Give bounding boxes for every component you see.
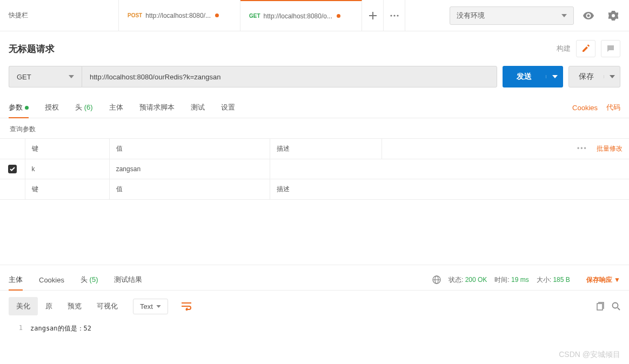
tab-overflow-button[interactable] [384,0,405,31]
svg-point-2 [397,15,398,16]
save-caret[interactable] [604,75,620,78]
svg-point-6 [613,303,618,308]
param-key[interactable]: k [25,159,109,179]
params-table: 键 值 描述 ••• 批量修改 k zangsan 键 值 描述 [0,138,629,200]
send-label: 发送 [503,72,546,82]
comment-button[interactable] [601,40,620,57]
wrap-lines-button[interactable] [176,299,197,314]
svg-point-0 [390,15,392,16]
save-response-button[interactable]: 保存响应 ▼ [586,275,620,285]
param-desc[interactable] [270,159,629,179]
plus-icon [369,12,377,19]
edit-button[interactable] [576,40,595,57]
bulk-edit-link[interactable]: 批量修改 [597,145,623,152]
tab-settings[interactable]: 设置 [221,97,235,118]
param-value[interactable]: zangsan [109,159,270,179]
svg-point-1 [393,15,395,16]
save-button[interactable]: 保存 [568,66,620,87]
resp-tab-cookies[interactable]: Cookies [39,271,64,289]
params-more-icon[interactable]: ••• [577,145,587,152]
pencil-icon [581,44,590,53]
tab-request-2[interactable]: GET http://localhost:8080/o... [240,0,362,31]
col-desc: 描述 [270,139,382,159]
request-title[interactable]: 无标题请求 [9,43,557,55]
param-key-placeholder[interactable]: 键 [25,179,109,200]
tab-prerequest[interactable]: 预请求脚本 [139,97,175,118]
build-link[interactable]: 构建 [557,44,571,53]
copy-icon[interactable] [595,302,604,311]
query-params-title: 查询参数 [0,118,629,138]
table-row-new[interactable]: 键 值 描述 [0,179,629,200]
tab-url-2: http://localhost:8080/o... [264,12,332,20]
table-row[interactable]: k zangsan [0,159,629,179]
settings-button[interactable] [603,6,624,25]
active-dot-icon [25,106,29,110]
send-button[interactable]: 发送 [503,66,563,87]
tab-params[interactable]: 参数 [9,97,29,118]
tab-method-get: GET [249,13,260,19]
gear-icon [608,11,618,21]
send-caret[interactable] [546,75,563,78]
resp-tab-headers[interactable]: 头 (5) [81,269,98,290]
resp-tab-body[interactable]: 主体 [9,269,23,290]
param-desc-placeholder[interactable]: 描述 [270,179,629,200]
tab-quickbar[interactable]: 快捷栏 [0,0,119,31]
comment-icon [606,44,615,53]
method-select[interactable]: GET [9,66,82,87]
row-checkbox[interactable] [8,165,17,173]
time-value: 19 ms [511,276,529,284]
tab-method-post: POST [128,12,142,18]
response-body[interactable]: 1 zangsan的值是：52 [0,322,629,342]
unsaved-dot-icon [215,14,219,17]
check-icon [10,167,15,171]
wrap-icon [181,302,192,311]
code-link[interactable]: 代码 [606,103,620,112]
cookies-link[interactable]: Cookies [572,104,598,112]
resp-tab-tests[interactable]: 测试结果 [114,269,142,290]
url-input[interactable] [82,66,497,87]
caret-down-icon [561,14,567,17]
method-value: GET [17,73,31,81]
environment-preview-button[interactable] [578,6,599,25]
view-visualize[interactable]: 可视化 [89,297,125,315]
tab-request-1[interactable]: POST http://localhost:8080/... [119,0,240,31]
tab-quickbar-label: 快捷栏 [9,11,28,20]
tab-authorization[interactable]: 授权 [45,97,59,118]
environment-label: 没有环境 [457,11,485,21]
globe-icon[interactable] [432,275,441,284]
caret-down-icon [156,305,161,308]
eye-icon [583,12,594,19]
caret-down-icon [610,75,615,78]
view-preview[interactable]: 预览 [60,297,89,315]
caret-down-icon [552,75,558,78]
tab-headers[interactable]: 头 (6) [75,97,93,118]
line-number: 1 [9,324,30,333]
tab-url-1: http://localhost:8080/... [145,12,211,19]
environment-select[interactable]: 没有环境 [450,6,574,25]
save-label: 保存 [569,72,604,82]
view-raw[interactable]: 原 [38,297,60,315]
status-value: 200 OK [465,276,487,284]
caret-down-icon [69,75,74,78]
search-icon[interactable] [612,302,620,311]
response-text: zangsan的值是：52 [30,324,91,333]
watermark: CSDN @安城倾目 [559,350,620,360]
size-value: 185 B [553,276,570,284]
ellipsis-icon [390,15,399,17]
view-pretty[interactable]: 美化 [9,297,38,315]
svg-rect-5 [597,304,603,310]
unsaved-dot-icon [337,14,340,18]
format-select[interactable]: Text [133,299,168,314]
tab-body[interactable]: 主体 [109,97,123,118]
col-value: 值 [109,139,270,159]
col-key: 键 [25,139,109,159]
param-value-placeholder[interactable]: 值 [109,179,270,200]
tab-tests[interactable]: 测试 [191,97,205,118]
new-tab-button[interactable] [362,0,384,31]
